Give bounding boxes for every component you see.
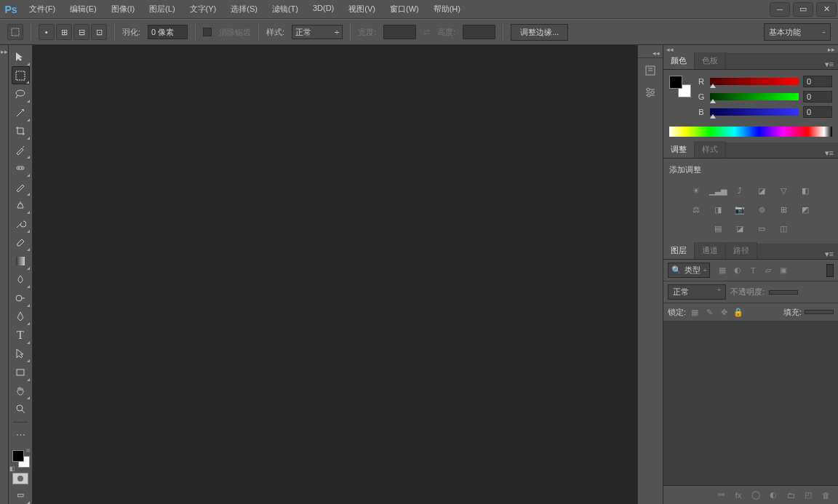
r-value[interactable]: 0 — [803, 76, 832, 87]
workspace-switcher[interactable]: 基本功能÷ — [764, 23, 831, 41]
blur-tool[interactable] — [12, 271, 30, 288]
menu-layer[interactable]: 图层(L) — [142, 0, 182, 18]
layers-panel-menu-icon[interactable]: ▾≡ — [821, 249, 838, 259]
eyedropper-tool[interactable] — [12, 140, 30, 158]
crop-tool[interactable] — [12, 122, 30, 140]
lasso-tool[interactable] — [12, 85, 30, 103]
layer-style-icon[interactable]: fx — [732, 489, 745, 502]
lock-transparent-icon[interactable]: ▦ — [689, 306, 701, 318]
filter-toggle[interactable] — [826, 264, 834, 277]
adjust-panel-menu-icon[interactable]: ▾≡ — [821, 148, 838, 158]
filter-smart-icon[interactable]: ▣ — [777, 264, 790, 277]
filter-pixel-icon[interactable]: ▦ — [716, 264, 729, 277]
healing-brush-tool[interactable] — [12, 159, 30, 177]
canvas-area[interactable] — [33, 45, 637, 504]
layer-filter-dropdown[interactable]: 🔍类型÷ — [668, 263, 710, 278]
quick-mask-icon[interactable] — [12, 473, 28, 484]
opacity-input[interactable] — [769, 290, 798, 295]
panel-foreground-swatch[interactable] — [669, 76, 682, 89]
style-dropdown[interactable]: 正常÷ — [292, 25, 343, 39]
close-button[interactable]: ✕ — [816, 2, 837, 17]
b-slider[interactable] — [710, 108, 799, 116]
color-panel-menu-icon[interactable]: ▾≡ — [821, 60, 838, 69]
clone-stamp-tool[interactable] — [12, 196, 30, 214]
channel-mixer-icon[interactable]: ⊚ — [754, 203, 770, 216]
gradient-tool[interactable] — [12, 252, 30, 269]
menu-view[interactable]: 视图(V) — [341, 0, 383, 18]
menu-file[interactable]: 文件(F) — [22, 0, 63, 18]
default-colors-icon[interactable]: ◧ — [9, 465, 15, 472]
lock-all-icon[interactable]: 🔒 — [733, 306, 744, 318]
new-group-icon[interactable]: 🗀 — [784, 489, 797, 502]
add-selection-button[interactable]: ⊞ — [56, 24, 72, 40]
brightness-adjust-icon[interactable]: ☀ — [688, 184, 704, 197]
zoom-tool[interactable] — [12, 400, 30, 417]
hue-adjust-icon[interactable]: ◧ — [797, 184, 813, 197]
intersect-selection-button[interactable]: ⊡ — [91, 24, 107, 40]
new-layer-icon[interactable]: ◰ — [802, 489, 815, 502]
filter-adjust-icon[interactable]: ◐ — [731, 264, 744, 277]
dodge-tool[interactable] — [12, 289, 30, 306]
type-tool[interactable]: T — [12, 326, 30, 343]
menu-3d[interactable]: 3D(D) — [306, 0, 341, 18]
photo-filter-icon[interactable]: 📷 — [732, 203, 748, 216]
delete-layer-icon[interactable]: 🗑 — [819, 489, 832, 502]
magic-wand-tool[interactable] — [12, 103, 30, 121]
bw-adjust-icon[interactable]: ◨ — [710, 203, 726, 216]
vibrance-adjust-icon[interactable]: ▽ — [775, 184, 791, 197]
screen-mode-icon[interactable]: ▭ — [12, 487, 30, 504]
collapse-panels-left-icon[interactable]: ◂◂ — [666, 46, 674, 53]
history-panel-icon[interactable] — [641, 61, 660, 80]
new-fill-layer-icon[interactable]: ◐ — [767, 489, 780, 502]
menu-image[interactable]: 图像(I) — [104, 0, 142, 18]
menu-edit[interactable]: 编辑(E) — [63, 0, 104, 18]
threshold-adjust-icon[interactable]: ◪ — [732, 222, 748, 235]
fill-input[interactable] — [805, 310, 834, 314]
blend-mode-dropdown[interactable]: 正常÷ — [668, 284, 726, 300]
minimize-button[interactable]: ─ — [770, 2, 790, 17]
posterize-adjust-icon[interactable]: ▤ — [710, 222, 726, 235]
rectangle-tool[interactable] — [12, 363, 30, 380]
menu-filter[interactable]: 滤镜(T) — [265, 0, 306, 18]
invert-adjust-icon[interactable]: ◩ — [797, 203, 813, 216]
maximize-button[interactable]: ▭ — [793, 2, 813, 17]
hand-tool[interactable] — [12, 382, 30, 399]
layer-mask-icon[interactable]: ◯ — [749, 489, 762, 502]
edit-toolbar-icon[interactable]: ⋯ — [12, 426, 30, 444]
tab-channels[interactable]: 通道 — [695, 242, 726, 259]
path-selection-tool[interactable] — [12, 345, 30, 362]
g-slider[interactable] — [710, 93, 799, 100]
color-balance-icon[interactable]: ⚖ — [688, 203, 704, 216]
refine-edge-button[interactable]: 调整边缘... — [511, 24, 568, 41]
lock-position-icon[interactable]: ✥ — [718, 306, 730, 318]
levels-adjust-icon[interactable]: ▁▃▅ — [710, 184, 726, 197]
expand-toolbar-icon[interactable]: ▸▸ — [1, 48, 8, 55]
menu-type[interactable]: 文字(Y) — [183, 0, 224, 18]
brush-tool[interactable] — [12, 177, 30, 195]
menu-select[interactable]: 选择(S) — [223, 0, 265, 18]
filter-shape-icon[interactable]: ▱ — [762, 264, 775, 277]
tab-paths[interactable]: 路径 — [726, 242, 757, 259]
collapse-strip-icon[interactable]: ◂◂ — [653, 49, 660, 57]
move-tool[interactable] — [12, 48, 30, 65]
eraser-tool[interactable] — [12, 233, 30, 251]
filter-type-icon[interactable]: T — [746, 264, 759, 277]
g-value[interactable]: 0 — [803, 91, 832, 103]
b-value[interactable]: 0 — [803, 106, 832, 118]
pen-tool[interactable] — [12, 308, 30, 325]
color-lookup-icon[interactable]: ⊞ — [775, 203, 791, 216]
subtract-selection-button[interactable]: ⊟ — [73, 24, 89, 40]
tab-layers[interactable]: 图层 — [663, 242, 695, 259]
tab-color[interactable]: 颜色 — [663, 52, 695, 69]
swap-colors-icon[interactable]: ⤭ — [25, 447, 31, 454]
color-spectrum[interactable] — [669, 127, 832, 137]
color-swatches-tool[interactable]: ⤭ ◧ — [11, 449, 30, 467]
tab-styles[interactable]: 样式 — [695, 141, 726, 158]
tool-preset-picker[interactable] — [7, 24, 23, 40]
tab-adjustments[interactable]: 调整 — [663, 141, 695, 158]
properties-panel-icon[interactable] — [641, 83, 660, 102]
collapse-panels-right-icon[interactable]: ▸▸ — [828, 46, 835, 53]
feather-input[interactable] — [148, 25, 188, 39]
layers-list[interactable] — [663, 321, 838, 485]
history-brush-tool[interactable] — [12, 215, 30, 232]
